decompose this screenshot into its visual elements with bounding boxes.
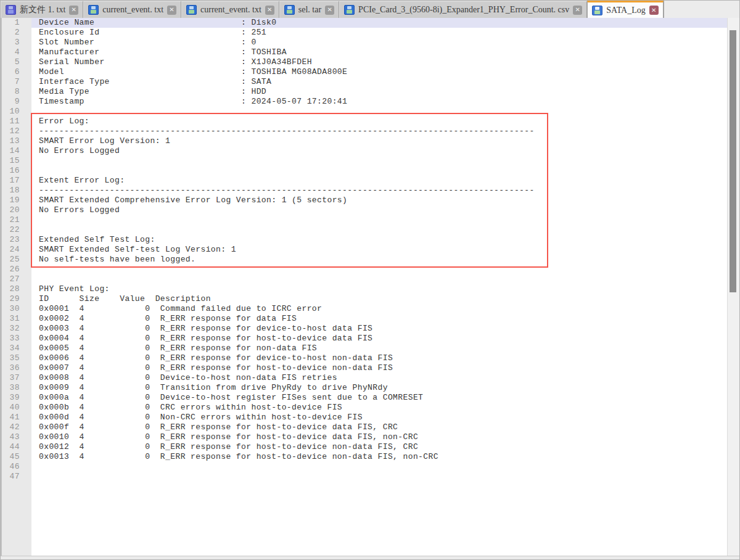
code-line[interactable]: 0x0009 4 0 Transition from drive PhyRdy … — [31, 383, 727, 393]
line-number: 25 — [2, 255, 31, 265]
scrollbar-thumb[interactable] — [730, 30, 736, 292]
tab-label: current_event. txt — [102, 5, 163, 15]
code-line[interactable]: 0x0007 4 0 R_ERR response for host-to-de… — [31, 363, 727, 373]
line-number: 40 — [2, 403, 31, 413]
vertical-scrollbar[interactable] — [727, 18, 739, 556]
code-line[interactable]: 0x0001 4 0 Command failed due to ICRC er… — [31, 304, 727, 314]
line-number: 22 — [2, 225, 31, 235]
line-number: 42 — [2, 422, 31, 432]
tab-pcie-card-csv[interactable]: PCIe_Card_3_(9560-8i)_Expander1_PHY_Erro… — [339, 1, 587, 18]
code-line[interactable] — [31, 215, 727, 225]
line-number: 34 — [2, 344, 31, 353]
tab-bar-empty-space — [664, 1, 739, 18]
close-icon[interactable]: ✕ — [325, 6, 334, 15]
code-line[interactable]: Extent Error Log: — [31, 176, 727, 186]
code-line[interactable]: Device Name : Disk0 — [31, 18, 727, 28]
code-line[interactable]: 0x000f 4 0 R_ERR response for host-to-de… — [31, 422, 727, 432]
close-icon[interactable]: ✕ — [69, 6, 78, 15]
line-number: 14 — [2, 146, 31, 156]
code-line[interactable] — [31, 265, 727, 274]
line-number: 35 — [2, 353, 31, 363]
code-line[interactable] — [31, 462, 727, 472]
code-line[interactable] — [31, 156, 727, 166]
close-icon[interactable]: ✕ — [167, 6, 176, 15]
code-line[interactable]: Enclosure Id : 251 — [31, 28, 727, 38]
code-line[interactable]: Timestamp : 2024-05-07 17:20:41 — [31, 97, 727, 107]
code-line[interactable]: 0x000d 4 0 Non-CRC errors within host-to… — [31, 413, 727, 422]
editor-window: 新文件 1. txt ✕ current_event. txt ✕ curren… — [0, 0, 740, 560]
code-line[interactable]: Serial Number : X1J0A34BFDEH — [31, 57, 727, 67]
code-line[interactable]: No Errors Logged — [31, 205, 727, 215]
code-line[interactable]: SMART Error Log Version: 1 — [31, 136, 727, 146]
line-number: 24 — [2, 245, 31, 255]
line-number-gutter[interactable]: 1234567891011121314151617181920212223242… — [1, 18, 31, 556]
save-file-icon — [186, 5, 197, 15]
line-number: 38 — [2, 383, 31, 393]
line-number: 45 — [2, 452, 31, 462]
code-line[interactable]: Slot Number : 0 — [31, 38, 727, 47]
code-line[interactable] — [31, 274, 727, 284]
code-line[interactable]: 0x0012 4 0 R_ERR response for host-to-de… — [31, 442, 727, 452]
tab-label: 新文件 1. txt — [20, 4, 65, 15]
tab-current-event-1[interactable]: current_event. txt ✕ — [83, 1, 181, 18]
tab-sel-tar[interactable]: sel. tar ✕ — [279, 1, 339, 18]
code-line[interactable]: 0x0006 4 0 R_ERR response for device-to-… — [31, 353, 727, 363]
line-number: 2 — [2, 28, 31, 38]
code-line[interactable]: 0x0010 4 0 R_ERR response for host-to-de… — [31, 432, 727, 442]
code-line[interactable]: 0x0005 4 0 R_ERR response for non-data F… — [31, 344, 727, 353]
code-line[interactable]: 0x000a 4 0 Device-to-host register FISes… — [31, 393, 727, 403]
code-line[interactable]: 0x0002 4 0 R_ERR response for data FIS — [31, 314, 727, 324]
code-line[interactable]: Extended Self Test Log: — [31, 235, 727, 245]
code-line[interactable] — [31, 107, 727, 117]
line-number: 6 — [2, 67, 31, 77]
save-file-icon — [6, 5, 16, 15]
editor-pane: 1234567891011121314151617181920212223242… — [1, 18, 727, 556]
line-number: 16 — [2, 166, 31, 176]
line-number: 32 — [2, 324, 31, 334]
code-line[interactable] — [31, 472, 727, 482]
line-number: 43 — [2, 432, 31, 442]
code-line[interactable]: 0x0008 4 0 Device-to-host non-data FIS r… — [31, 373, 727, 383]
tab-bar: 新文件 1. txt ✕ current_event. txt ✕ curren… — [1, 1, 739, 18]
code-line[interactable]: 0x0004 4 0 R_ERR response for host-to-de… — [31, 334, 727, 344]
editor-text-area[interactable]: Device Name : Disk0Enclosure Id : 251Slo… — [31, 18, 727, 556]
code-line[interactable]: SMART Extended Comprehensive Error Log V… — [31, 196, 727, 205]
line-number: 39 — [2, 393, 31, 403]
line-number: 30 — [2, 304, 31, 314]
close-icon[interactable]: ✕ — [649, 6, 659, 15]
code-line[interactable]: SMART Extended Self-test Log Version: 1 — [31, 245, 727, 255]
code-line[interactable]: Media Type : HDD — [31, 87, 727, 97]
line-number: 19 — [2, 196, 31, 205]
line-number: 31 — [2, 314, 31, 324]
close-icon[interactable]: ✕ — [265, 6, 274, 15]
line-number: 27 — [2, 274, 31, 284]
code-line[interactable]: Interface Type : SATA — [31, 77, 727, 87]
line-number: 5 — [2, 57, 31, 67]
code-line[interactable]: Model : TOSHIBA MG08ADA800E — [31, 67, 727, 77]
line-number: 4 — [2, 47, 31, 57]
line-number: 11 — [2, 117, 31, 126]
code-line[interactable]: No Errors Logged — [31, 146, 727, 156]
line-number: 26 — [2, 265, 31, 274]
code-line[interactable]: ID Size Value Description — [31, 294, 727, 304]
line-number: 12 — [2, 126, 31, 136]
line-number: 1 — [2, 18, 31, 28]
code-line[interactable] — [31, 225, 727, 235]
tab-current-event-2[interactable]: current_event. txt ✕ — [181, 1, 279, 18]
code-line[interactable]: ----------------------------------------… — [31, 186, 727, 196]
code-line[interactable]: 0x000b 4 0 CRC errors within host-to-dev… — [31, 403, 727, 413]
tab-new-file-1[interactable]: 新文件 1. txt ✕ — [1, 1, 83, 18]
code-line[interactable]: 0x0013 4 0 R_ERR response for host-to-de… — [31, 452, 727, 462]
save-file-icon — [88, 5, 99, 15]
code-line[interactable]: Error Log: — [31, 117, 727, 126]
line-number: 37 — [2, 373, 31, 383]
code-line[interactable]: ----------------------------------------… — [31, 126, 727, 136]
code-line[interactable]: PHY Event Log: — [31, 284, 727, 294]
code-line[interactable] — [31, 166, 727, 176]
close-icon[interactable]: ✕ — [573, 6, 582, 15]
tab-sata-log[interactable]: SATA_Log ✕ — [587, 1, 663, 18]
code-line[interactable]: No self-tests have been logged. — [31, 255, 727, 265]
line-number: 7 — [2, 77, 31, 87]
code-line[interactable]: Manufacturer : TOSHIBA — [31, 47, 727, 57]
code-line[interactable]: 0x0003 4 0 R_ERR response for device-to-… — [31, 324, 727, 334]
